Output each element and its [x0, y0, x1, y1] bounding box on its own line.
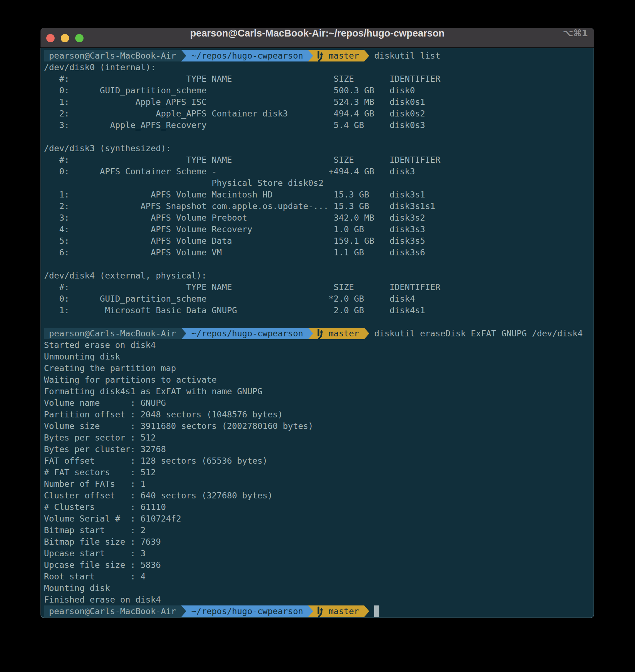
terminal-output-line: Bitmap file size : 7639: [44, 536, 594, 548]
terminal-screen[interactable]: pearson@Carls-MacBook-Air ~/repos/hugo-c…: [41, 49, 594, 618]
terminal-output-line: # FAT sectors : 512: [44, 467, 594, 478]
terminal-output-line: [44, 316, 594, 328]
terminal-output-line: 3: APFS Volume Preboot 342.0 MB disk3s2: [44, 212, 594, 224]
terminal-output-line: # Clusters : 61110: [44, 501, 594, 513]
terminal-output-line: #: TYPE NAME SIZE IDENTIFIER: [44, 73, 594, 85]
terminal-output-line: /dev/disk3 (synthesized):: [44, 143, 594, 154]
terminal-output-line: 2: APFS Snapshot com.apple.os.update-...…: [44, 200, 594, 212]
terminal-output-line: Waiting for partitions to activate: [44, 374, 594, 386]
terminal-output-line: Number of FATs : 1: [44, 478, 594, 490]
terminal-cursor: [374, 605, 379, 617]
terminal-output-line: 4: APFS Volume Recovery 1.0 GB disk3s3: [44, 224, 594, 235]
terminal-output-line: 0: APFS Container Scheme - +494.4 GB dis…: [44, 166, 594, 177]
terminal-output-line: Mounting disk: [44, 582, 594, 594]
terminal-window: pearson@Carls-MacBook-Air:~/repos/hugo-c…: [41, 28, 594, 618]
powerline-arrow-icon: [308, 50, 313, 61]
powerline-arrow-icon: [181, 50, 186, 61]
terminal-output-line: Creating the partition map: [44, 362, 594, 374]
powerline-arrow-icon: [181, 328, 186, 339]
terminal-output-line: 2: Apple_APFS Container disk3 494.4 GB d…: [44, 108, 594, 119]
terminal-output-line: 1: APFS Volume Macintosh HD 15.3 GB disk…: [44, 189, 594, 200]
terminal-output-line: Formatting disk4s1 as ExFAT with name GN…: [44, 386, 594, 397]
prompt-host-segment: pearson@Carls-MacBook-Air: [44, 328, 181, 339]
window-title: pearson@Carls-MacBook-Air:~/repos/hugo-c…: [41, 28, 594, 48]
terminal-output-line: 1: Apple_APFS_ISC 524.3 MB disk0s1: [44, 96, 594, 108]
prompt-line: pearson@Carls-MacBook-Air ~/repos/hugo-c…: [44, 328, 594, 339]
terminal-output-line: Upcase file size : 5836: [44, 559, 594, 571]
terminal-output-line: Started erase on disk4: [44, 339, 594, 351]
terminal-output-line: Finished erase on disk4: [44, 594, 594, 605]
powerline-arrow-icon: [364, 50, 369, 61]
terminal-output-line: /dev/disk4 (external, physical):: [44, 270, 594, 281]
prompt-line: pearson@Carls-MacBook-Air ~/repos/hugo-c…: [44, 50, 594, 61]
powerline-arrow-icon: [308, 328, 313, 339]
terminal-output-line: /dev/disk0 (internal):: [44, 61, 594, 73]
prompt-host-segment: pearson@Carls-MacBook-Air: [44, 605, 181, 617]
command-text: [369, 606, 374, 616]
terminal-output-line: Root start : 4: [44, 571, 594, 582]
terminal-output-line: [44, 258, 594, 270]
tab-shortcut-indicator: ⌥⌘1: [563, 28, 588, 48]
terminal-output-line: #: TYPE NAME SIZE IDENTIFIER: [44, 154, 594, 166]
command-text: diskutil eraseDisk ExFAT GNUPG /dev/disk…: [369, 328, 583, 339]
powerline-arrow-icon: [364, 605, 369, 617]
git-branch-icon: [318, 607, 324, 618]
powerline-arrow-icon: [308, 605, 313, 617]
command-text: diskutil list: [369, 51, 440, 61]
terminal-output-line: 3: Apple_APFS_Recovery 5.4 GB disk0s3: [44, 119, 594, 131]
terminal-output-line: Volume size : 3911680 sectors (200278016…: [44, 420, 594, 432]
terminal-output-line: Volume Serial # : 610724f2: [44, 513, 594, 524]
terminal-output-line: 1: Microsoft Basic Data GNUPG 2.0 GB dis…: [44, 305, 594, 316]
prompt-path-segment: ~/repos/hugo-cwpearson: [186, 50, 308, 61]
terminal-output-line: #: TYPE NAME SIZE IDENTIFIER: [44, 281, 594, 293]
terminal-output-line: Bytes per cluster: 32768: [44, 443, 594, 455]
terminal-output-line: 0: GUID_partition_scheme *2.0 GB disk4: [44, 293, 594, 305]
terminal-output-line: 5: APFS Volume Data 159.1 GB disk3s5: [44, 235, 594, 247]
terminal-output-line: Partition offset : 2048 sectors (1048576…: [44, 409, 594, 420]
powerline-arrow-icon: [364, 328, 369, 339]
terminal-output-line: Bitmap start : 2: [44, 524, 594, 536]
prompt-path-segment: ~/repos/hugo-cwpearson: [186, 328, 308, 339]
terminal-output-line: Physical Store disk0s2: [44, 177, 594, 189]
terminal-output-line: FAT offset : 128 sectors (65536 bytes): [44, 455, 594, 467]
prompt-path-segment: ~/repos/hugo-cwpearson: [186, 605, 308, 617]
terminal-output-line: Bytes per sector : 512: [44, 432, 594, 443]
prompt-host-segment: pearson@Carls-MacBook-Air: [44, 50, 181, 61]
prompt-line: pearson@Carls-MacBook-Air ~/repos/hugo-c…: [44, 605, 594, 617]
terminal-output-line: Cluster offset : 640 sectors (327680 byt…: [44, 490, 594, 501]
terminal-output-line: 6: APFS Volume VM 1.1 GB disk3s6: [44, 247, 594, 258]
terminal-output-line: 0: GUID_partition_scheme 500.3 GB disk0: [44, 85, 594, 96]
terminal-output-line: [44, 131, 594, 143]
terminal-output-line: Upcase start : 3: [44, 548, 594, 559]
powerline-arrow-icon: [181, 605, 186, 617]
title-bar[interactable]: pearson@Carls-MacBook-Air:~/repos/hugo-c…: [41, 28, 594, 48]
terminal-output-line: Unmounting disk: [44, 351, 594, 362]
terminal-output-line: Volume name : GNUPG: [44, 397, 594, 409]
